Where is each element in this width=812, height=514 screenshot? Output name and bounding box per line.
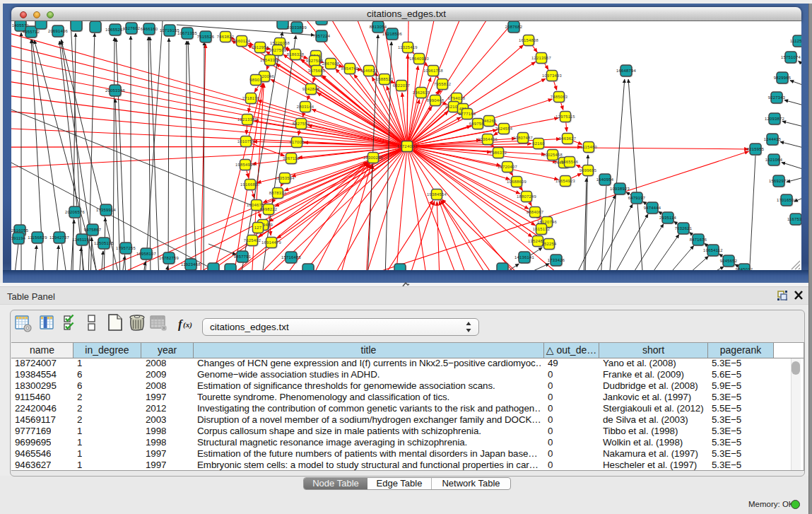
svg-text:15751074: 15751074 [781,55,801,59]
svg-text:391194: 391194 [11,236,26,240]
svg-text:9827509: 9827509 [269,48,287,52]
svg-text:12942737: 12942737 [49,235,69,240]
svg-text:17359914: 17359914 [96,208,117,212]
svg-text:9463627: 9463627 [559,136,577,141]
svg-text:1615132: 1615132 [533,227,551,231]
svg-text:9242848: 9242848 [302,87,320,91]
svg-text:8471676: 8471676 [690,238,707,242]
svg-text:9146821: 9146821 [360,69,378,73]
svg-text:9975867: 9975867 [84,228,102,232]
svg-text:1244415: 1244415 [764,137,782,141]
svg-text:9829965: 9829965 [774,76,792,80]
svg-text:10973493: 10973493 [542,74,562,78]
svg-text:1640954: 1640954 [596,177,614,182]
svg-text:3912954: 3912954 [252,45,269,49]
svg-text:6794028: 6794028 [448,96,466,100]
svg-text:9699695: 9699695 [579,168,597,173]
svg-text:9227343: 9227343 [768,95,786,100]
svg-text:252254: 252254 [541,242,557,246]
svg-text:2516055: 2516055 [11,228,28,233]
svg-text:10654112: 10654112 [703,248,723,252]
svg-text:16782759: 16782759 [159,256,179,260]
svg-text:1021064: 1021064 [765,158,783,162]
svg-text:98901: 98901 [249,78,262,82]
svg-text:7515526: 7515526 [197,35,215,39]
svg-text:10807487: 10807487 [513,136,533,140]
svg-text:2718176: 2718176 [242,96,260,100]
svg-text:8878332: 8878332 [269,191,287,195]
svg-text:10719155: 10719155 [160,28,180,33]
svg-text:3675685: 3675685 [308,69,326,73]
svg-text:127: 127 [254,226,262,230]
svg-text:16648794: 16648794 [616,69,637,73]
svg-text:7625402: 7625402 [244,238,261,243]
svg-text:12093872: 12093872 [765,117,784,121]
svg-text:10033809: 10033809 [287,25,307,30]
svg-text:1112541: 1112541 [790,39,801,43]
svg-text:8990448: 8990448 [427,98,445,103]
svg-text:10671355: 10671355 [177,31,197,35]
svg-text:7485063: 7485063 [551,95,568,99]
svg-text:1588520: 1588520 [376,77,394,81]
svg-text:14136141: 14136141 [514,255,534,259]
svg-text:9245652: 9245652 [720,259,738,263]
svg-text:15692971: 15692971 [769,179,789,183]
svg-text:15716485: 15716485 [281,255,301,259]
svg-text:1733426: 1733426 [548,258,565,262]
svg-text:10958107: 10958107 [136,252,156,256]
svg-text:8660124: 8660124 [233,39,251,43]
svg-text:1362615: 1362615 [413,90,430,95]
svg-text:2867608: 2867608 [322,62,340,66]
svg-text:9857791: 9857791 [234,255,252,259]
svg-text:18640910: 18640910 [409,57,429,61]
svg-text:9474444: 9474444 [644,206,661,210]
svg-text:11325419: 11325419 [398,45,418,49]
svg-text:7632621: 7632621 [675,226,693,230]
svg-text:12213389: 12213389 [237,117,257,122]
svg-text:62160: 62160 [532,141,545,146]
svg-text:11451194: 11451194 [72,238,92,242]
svg-text:6466160: 6466160 [141,27,158,31]
svg-text:7463822: 7463822 [217,35,235,39]
svg-text:9115460: 9115460 [580,145,597,149]
svg-text:1527602: 1527602 [123,26,141,30]
svg-text:8813054: 8813054 [370,25,387,29]
svg-text:19854934: 19854934 [235,163,256,167]
svg-text:19654923: 19654923 [555,179,575,183]
svg-text:12975115: 12975115 [555,115,575,119]
svg-text:17957255: 17957255 [116,246,136,250]
svg-text:417006: 417006 [289,140,304,144]
svg-text:19384554: 19384554 [427,192,447,197]
svg-text:9777169: 9777169 [459,112,476,116]
svg-text:9498222: 9498222 [260,207,278,211]
svg-text:11923468: 11923468 [181,262,201,267]
svg-text:9245012: 9245012 [736,267,753,270]
svg-text:19218506: 19218506 [382,32,402,36]
svg-text:19166827: 19166827 [240,182,260,187]
svg-text:3624554: 3624554 [495,127,513,131]
svg-text:10543362: 10543362 [260,58,280,62]
svg-text:12505135: 12505135 [94,241,114,245]
svg-text:2935114: 2935114 [659,216,677,220]
svg-text:20053346: 20053346 [105,88,125,93]
svg-text:9884067: 9884067 [526,210,544,214]
svg-text:7955812: 7955812 [434,82,452,86]
svg-text:1167533: 1167533 [787,217,801,221]
svg-text:18724007: 18724007 [396,144,417,148]
svg-text:746266: 746266 [481,119,496,123]
svg-text:11156829: 11156829 [28,235,47,240]
svg-text:9327508: 9327508 [306,59,324,63]
svg-text:2087682: 2087682 [505,25,523,29]
svg-text:16914479: 16914479 [261,240,281,245]
svg-text:7357224: 7357224 [313,34,331,38]
svg-text:17016504: 17016504 [777,198,797,202]
svg-text:1010755: 1010755 [237,139,255,144]
svg-text:20691406: 20691406 [48,29,68,33]
svg-text:20364436: 20364436 [478,137,498,141]
svg-text:15720407: 15720407 [498,165,517,169]
svg-text:9465546: 9465546 [561,160,579,164]
svg-text:3267110: 3267110 [283,156,300,160]
svg-text:18300295: 18300295 [363,156,383,160]
svg-text:20206576: 20206576 [65,210,85,214]
svg-text:10025458: 10025458 [543,153,563,157]
